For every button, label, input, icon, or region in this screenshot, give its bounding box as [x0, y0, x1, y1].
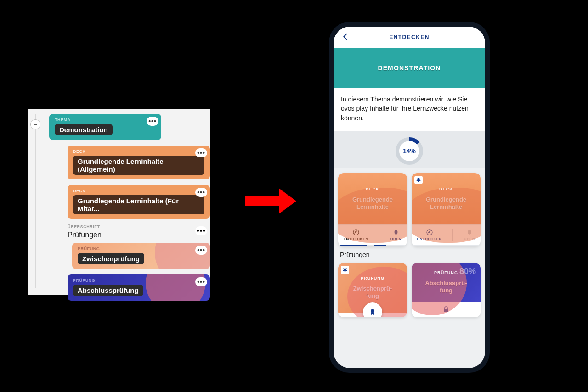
top-bar-title: ENTDECKEN: [389, 34, 430, 40]
app-top-bar: ENTDECKEN: [334, 27, 485, 48]
deck-tile-header: DECK Grundlegende Lerninhalte: [338, 173, 407, 224]
deck-tag: DECK: [73, 149, 204, 154]
exam-menu-button[interactable]: •••: [195, 246, 207, 255]
deck-tile[interactable]: DECK Grundlegende Lerninhalte ENTDECKEN …: [338, 173, 407, 246]
deck-label: Grundlegende Lerninhalte (Für Mitar...: [73, 195, 204, 214]
deck-tile-tag: DECK: [439, 187, 453, 191]
deck-menu-button[interactable]: •••: [195, 188, 207, 197]
exam-card[interactable]: PRÜFUNG Abschlussprüfung •••: [68, 274, 210, 301]
phone-frame: ENTDECKEN DEMONSTRATION In diesem Thema …: [329, 22, 490, 373]
deck-grid: DECK Grundlegende Lerninhalte ENTDECKEN …: [334, 168, 485, 246]
section-title: Prüfungen: [68, 231, 204, 239]
exam-tile[interactable]: 80% PRÜFUNG Abschlussprü- fung: [412, 263, 481, 317]
exams-section-title: Prüfungen: [334, 246, 485, 258]
tree-line: [35, 114, 36, 288]
deck-tile-tag: DECK: [366, 187, 379, 191]
topic-menu-button[interactable]: •••: [147, 117, 158, 126]
exam-tile-tag: PRÜFUNG: [434, 270, 458, 275]
exam-tile[interactable]: ✱ PRÜFUNG Zwischenprü- fung: [338, 263, 407, 317]
progress-ring: 14%: [396, 137, 423, 165]
exam-tile-header: 80% PRÜFUNG Abschlussprü- fung: [412, 263, 481, 302]
exam-card[interactable]: PRÜFUNG Zwischenprüfung •••: [72, 243, 210, 269]
deck-card[interactable]: DECK Grundlegende Lerninhalte (Für Mitar…: [68, 185, 210, 219]
exam-percent: 80%: [459, 267, 476, 276]
topic-tag: THEMA: [55, 118, 156, 122]
progress-section: 14%: [334, 131, 485, 168]
topic-banner-title: DEMONSTRATION: [378, 64, 441, 72]
back-button[interactable]: [340, 31, 351, 42]
exam-tile-tag: PRÜFUNG: [361, 276, 384, 280]
exam-tile-header: ✱ PRÜFUNG Zwischenprü- fung: [338, 263, 407, 313]
topic-banner: DEMONSTRATION: [334, 48, 485, 88]
deck-tile-header: ✱ DECK Grundlegende Lerninhalte: [412, 173, 481, 224]
deck-label: Grundlegende Lerninhalte (Allgemein): [73, 156, 204, 175]
exam-grid: ✱ PRÜFUNG Zwischenprü- fung 80% PRÜFUNG …: [334, 258, 485, 317]
deck-tag: DECK: [73, 189, 204, 193]
exam-tile-name: Abschlussprü- fung: [425, 280, 467, 295]
section-heading: ÜBERSCHRIFT Prüfungen •••: [68, 224, 210, 243]
exam-tag: PRÜFUNG: [73, 278, 204, 283]
deck-progress-bar: [412, 245, 481, 246]
certificate-icon: [363, 302, 382, 317]
topic-card[interactable]: THEMA Demonstration •••: [49, 114, 161, 140]
exam-tile-name: Zwischenprü- fung: [353, 285, 392, 300]
exam-label: Abschlussprüfung: [73, 285, 143, 296]
deck-progress-bar: [338, 245, 407, 246]
deck-tile-name: Grundlegende Lerninhalte: [342, 196, 403, 211]
exam-tag: PRÜFUNG: [78, 246, 204, 251]
exam-menu-button[interactable]: •••: [195, 277, 207, 286]
phone-screen: ENTDECKEN DEMONSTRATION In diesem Thema …: [334, 27, 485, 368]
collapse-toggle[interactable]: –: [30, 119, 40, 129]
star-icon: ✱: [414, 176, 423, 184]
arrow-right-icon: [245, 188, 300, 214]
svg-point-4: [371, 309, 374, 313]
deck-card[interactable]: DECK Grundlegende Lerninhalte (Allgemein…: [68, 146, 210, 179]
chevron-left-icon: [341, 33, 350, 41]
deck-tile-name: Grundlegende Lerninhalte: [415, 196, 477, 211]
exam-label: Zwischenprüfung: [78, 253, 144, 264]
progress-value: 14%: [399, 141, 419, 161]
content-tree-panel: THEMA Demonstration ••• DECK Grundlegend…: [28, 109, 210, 295]
deck-tile[interactable]: ✱ DECK Grundlegende Lerninhalte ENTDECKE…: [412, 173, 481, 246]
topic-description: In diesem Thema demonstrieren wir, wie S…: [334, 88, 485, 131]
deck-menu-button[interactable]: •••: [195, 148, 207, 157]
topic-label: Demonstration: [55, 124, 113, 135]
section-tag: ÜBERSCHRIFT: [68, 224, 204, 229]
star-icon: ✱: [341, 266, 349, 274]
section-menu-button[interactable]: •••: [195, 226, 207, 235]
